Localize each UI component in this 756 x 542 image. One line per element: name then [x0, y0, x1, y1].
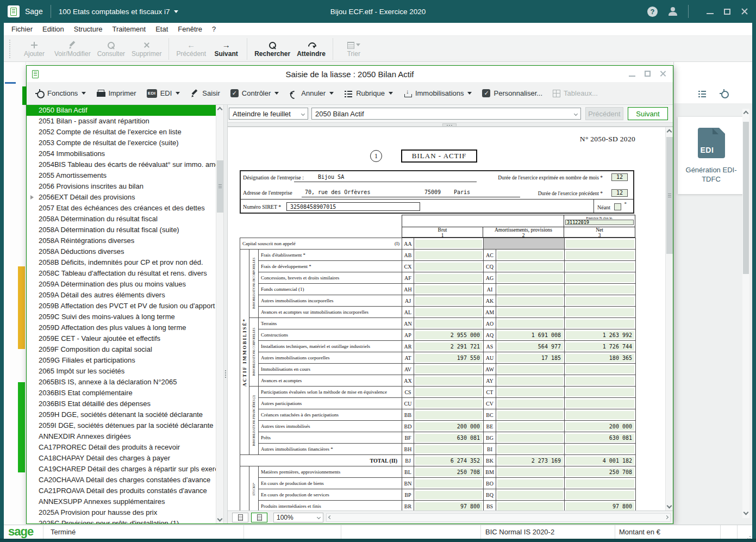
- toolbar-button-suivant[interactable]: →Suivant: [209, 36, 243, 61]
- net-field[interactable]: [566, 274, 634, 282]
- horizontal-splitter[interactable]: [228, 122, 673, 127]
- user-icon[interactable]: [668, 7, 678, 16]
- dialog-toolbar-button-imprimer[interactable]: Imprimer: [96, 89, 136, 98]
- sidebar-item-2059a[interactable]: 2059A Détail des autres éléments divers: [27, 290, 216, 301]
- toolbar-button-voir-modifier[interactable]: Voir/Modifier: [51, 36, 94, 61]
- next-sheet-button[interactable]: Suivant: [628, 107, 668, 120]
- sidebar-item-2058a[interactable]: 2058A Détermination du résultat fiscal (…: [27, 225, 216, 235]
- amortissements-field[interactable]: [497, 388, 563, 396]
- net-field[interactable]: 200 000: [566, 422, 634, 431]
- sidebar-item-ca19charep[interactable]: CA19CHAREP Détail des charges à répartir…: [27, 464, 216, 475]
- sidebar-item-2059h[interactable]: 2059H DGE, sociétés détenant la société …: [27, 409, 216, 420]
- brut-field[interactable]: [415, 491, 482, 499]
- menu-item-structure[interactable]: Structure: [69, 25, 108, 33]
- amortissements-field[interactable]: [497, 400, 563, 408]
- brut-field[interactable]: 97 800: [415, 502, 482, 510]
- form-scrollbar[interactable]: [665, 127, 673, 510]
- net-field[interactable]: [566, 251, 634, 259]
- toolbar-button-atteindre[interactable]: Atteindre: [293, 36, 329, 61]
- amortissements-field[interactable]: [497, 285, 563, 294]
- amortissements-field[interactable]: [497, 297, 563, 305]
- brut-field[interactable]: [415, 365, 482, 373]
- amortissements-field[interactable]: 2 273 169: [497, 457, 563, 465]
- dialog-toolbar-button-tableaux[interactable]: Tableaux...: [553, 89, 598, 97]
- amortissements-field[interactable]: 564 977: [497, 342, 563, 351]
- sidebar-item-2058a[interactable]: 2058A Détermination du résultat fiscal: [27, 214, 216, 225]
- brut-field[interactable]: [415, 240, 482, 248]
- amortissements-field[interactable]: [497, 365, 563, 373]
- edi-generation-card[interactable]: EDI Génération EDI-TDFC: [678, 117, 745, 194]
- amortissements-field[interactable]: [497, 411, 563, 419]
- sidebar-item-2054[interactable]: 2054 Immobilisations: [27, 148, 216, 159]
- dialog-toolbar-button-saisir[interactable]: Saisir: [190, 89, 220, 98]
- amortissements-field[interactable]: [497, 434, 563, 442]
- menu-item-etat[interactable]: Etat: [151, 25, 173, 33]
- sidebar-item-2058b[interactable]: 2058B Déficits, indemnités pour CP et pr…: [27, 257, 216, 268]
- brut-field[interactable]: 2 955 000: [415, 331, 482, 339]
- menu-item-fenetre[interactable]: Fenêtre: [173, 25, 207, 33]
- sidebar-scrollbar[interactable]: [216, 105, 223, 524]
- sidebar-item-2058c[interactable]: 2058C Tableau d'affectation du résultat …: [27, 268, 216, 279]
- amortissements-field[interactable]: [497, 502, 563, 510]
- sidebar-item-annexsupp[interactable]: ANNEXSUPP Annexes supplémentaires: [27, 496, 216, 507]
- net-field[interactable]: [566, 365, 634, 373]
- sidebar-item-2025c[interactable]: 2025C Provisions pour prêts d'installati…: [27, 518, 216, 524]
- siret-field[interactable]: 32508458907015: [286, 202, 420, 211]
- sidebar-item-2059i[interactable]: 2059I DGE, sociétés détenues par la soci…: [27, 420, 216, 431]
- scroll-right-icon[interactable]: [665, 515, 668, 519]
- menu-item-fichier[interactable]: Fichier: [7, 25, 38, 33]
- menu-item-[interactable]: ?: [207, 25, 221, 33]
- scrollbar-thumb[interactable]: [666, 137, 673, 254]
- net-field[interactable]: [566, 240, 634, 248]
- net-field[interactable]: 180 365: [566, 354, 634, 362]
- amortissements-field[interactable]: [497, 445, 563, 453]
- sidebar-item-2055[interactable]: 2055 Amortissements: [27, 170, 216, 181]
- net-field[interactable]: [566, 320, 634, 328]
- toolbar-button-trier[interactable]: Trier: [337, 36, 371, 61]
- scroll-down-icon[interactable]: [667, 503, 672, 509]
- sidebar-item-2059f[interactable]: 2059F Composition du capital social: [27, 344, 216, 355]
- scrollbar-thumb[interactable]: [217, 160, 223, 213]
- neant-checkbox[interactable]: [614, 203, 621, 210]
- sidebar-item-2054bis[interactable]: 2054BIS Tableau des écarts de réévaluat°…: [27, 159, 216, 170]
- amortissements-field[interactable]: [497, 274, 563, 282]
- brut-field[interactable]: 250 708: [415, 468, 482, 476]
- net-field[interactable]: 1 263 992: [566, 331, 634, 339]
- goto-select[interactable]: Atteindre le feuillet: [229, 108, 308, 120]
- menu-item-edition[interactable]: Edition: [38, 25, 69, 33]
- toolbar-button-rechercher[interactable]: Rechercher: [251, 36, 293, 61]
- dialog-toolbar-button-immobilisations[interactable]: Immobilisations: [403, 89, 472, 98]
- sidebar-item-annexdir[interactable]: ANNEXDIR Annexes dirigées: [27, 431, 216, 442]
- net-field[interactable]: [566, 388, 634, 396]
- sidebar-item-2051[interactable]: 2051 Bilan - passif avant répartition: [27, 116, 216, 127]
- amortissements-field[interactable]: [497, 251, 563, 259]
- sidebar-item-2058a[interactable]: 2058A Réintégrations diverses: [27, 235, 216, 246]
- sidebar-item-2065bis[interactable]: 2065BIS IS, annexe à la déclaration N°20…: [27, 377, 216, 388]
- scrollbar-thumb[interactable]: [743, 122, 749, 274]
- net-field[interactable]: 97 800: [566, 502, 634, 510]
- net-field[interactable]: [566, 491, 634, 499]
- previous-sheet-button[interactable]: Précédent: [585, 107, 623, 120]
- dialog-maximize-button[interactable]: [645, 71, 651, 77]
- scroll-down-icon[interactable]: [217, 516, 223, 522]
- amortissements-field[interactable]: [497, 308, 563, 316]
- brut-field[interactable]: [415, 285, 482, 294]
- amortissements-field[interactable]: [497, 320, 563, 328]
- brut-field[interactable]: 630 081: [415, 434, 482, 442]
- amortissements-field[interactable]: [497, 377, 563, 385]
- dialog-minimize-button[interactable]: [629, 76, 635, 77]
- zoom-select[interactable]: 100%: [273, 513, 323, 522]
- vertical-splitter[interactable]: [223, 105, 228, 524]
- brut-field[interactable]: [415, 308, 482, 316]
- menu-item-traitement[interactable]: Traitement: [108, 25, 151, 33]
- amortissements-field[interactable]: 1 691 008: [497, 331, 563, 339]
- dialog-toolbar-button-edi[interactable]: EDIEDI: [147, 89, 180, 98]
- amortissements-field[interactable]: [497, 263, 563, 271]
- gear-icon[interactable]: [720, 89, 728, 98]
- brut-field[interactable]: [415, 400, 482, 408]
- module-selector[interactable]: 100 Etats comptables et fiscaux i7: [59, 8, 178, 16]
- scroll-up-icon[interactable]: [743, 111, 749, 116]
- brut-field[interactable]: [415, 479, 482, 488]
- sidebar-item-2059d[interactable]: 2059D Affectation des plus values à long…: [27, 322, 216, 333]
- sidebar-item-2053[interactable]: 2053 Compte de résultat de l'exercice (s…: [27, 138, 216, 148]
